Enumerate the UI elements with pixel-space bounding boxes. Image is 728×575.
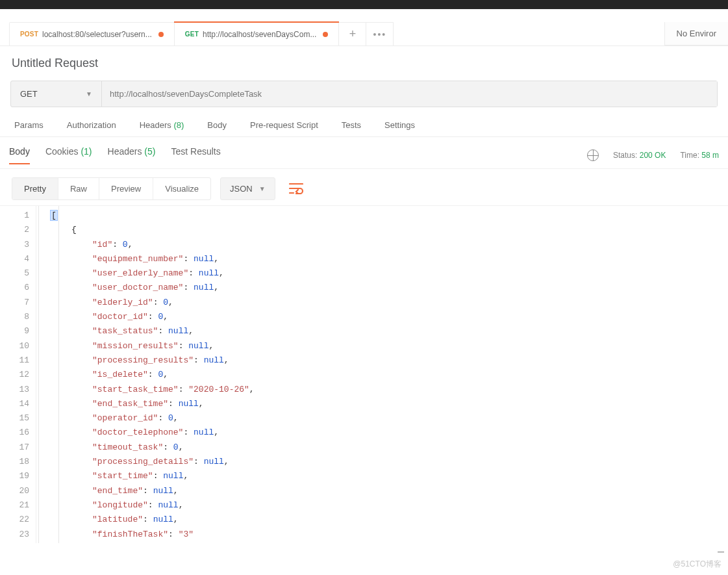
- code-line: [: [36, 209, 728, 223]
- resp-tab-headers-label: Headers: [108, 146, 142, 157]
- environment-selector[interactable]: No Enviror: [664, 22, 728, 45]
- method-badge-get: GET: [185, 31, 199, 38]
- code-line: "doctor_id": 0,: [36, 310, 728, 324]
- view-mode-raw[interactable]: Raw: [58, 178, 99, 199]
- subtab-headers-count: (8): [173, 120, 184, 130]
- wrap-lines-button[interactable]: [284, 177, 308, 200]
- resp-tab-headers-count: (5): [144, 146, 155, 157]
- resp-tab-cookies-count: (1): [81, 146, 92, 157]
- caret-down-icon: ▼: [86, 90, 92, 97]
- request-tab-1[interactable]: GET http://localhost/sevenDaysCom...: [175, 22, 340, 45]
- code-line: "user_elderly_name": null,: [36, 266, 728, 281]
- subtab-settings[interactable]: Settings: [384, 120, 415, 130]
- new-tab-button[interactable]: +: [339, 22, 366, 45]
- request-title: Untitled Request: [0, 46, 728, 74]
- response-code-area[interactable]: 1234567891011121314151617181920212223 [{…: [0, 205, 728, 543]
- code-line: "start_time": null,: [36, 469, 728, 483]
- status-group: Status: 200 OK: [613, 151, 666, 160]
- url-bar: GET ▼ http://localhost/sevenDaysComplete…: [10, 81, 718, 107]
- subtab-params[interactable]: Params: [14, 120, 44, 130]
- response-tabs: Body Cookies (1) Headers (5) Test Result…: [9, 146, 221, 164]
- method-select[interactable]: GET ▼: [11, 81, 102, 107]
- status-value: 200 OK: [640, 151, 666, 160]
- format-value: JSON: [230, 184, 253, 194]
- line-gutter: 1234567891011121314151617181920212223: [0, 206, 36, 543]
- view-mode-segment: Pretty Raw Preview Visualize: [12, 177, 211, 200]
- response-meta: Status: 200 OK Time: 58 m: [587, 149, 719, 161]
- unsaved-dot-icon: [158, 32, 164, 37]
- subtab-body[interactable]: Body: [207, 120, 227, 130]
- code-line: "timeout_task": 0,: [36, 441, 728, 455]
- method-select-value: GET: [20, 89, 38, 99]
- resp-tab-headers[interactable]: Headers (5): [108, 146, 156, 164]
- method-badge-post: POST: [20, 31, 38, 38]
- request-subtabs: Params Authorization Headers (8) Body Pr…: [0, 107, 728, 137]
- url-input[interactable]: http://localhost/sevenDaysCompleteTask: [102, 81, 717, 107]
- code-line: "end_time": null,: [36, 484, 728, 498]
- fold-guide-2: [58, 206, 59, 543]
- code-line: "elderly_id": 0,: [36, 296, 728, 310]
- response-header-row: Body Cookies (1) Headers (5) Test Result…: [0, 137, 728, 169]
- view-mode-preview[interactable]: Preview: [99, 178, 153, 199]
- code-line: "start_task_time": "2020-10-26",: [36, 383, 728, 397]
- status-label: Status:: [613, 151, 637, 160]
- subtab-tests[interactable]: Tests: [342, 120, 361, 130]
- environment-label: No Enviror: [677, 29, 716, 38]
- code-line: "task_status": null,: [36, 324, 728, 339]
- code-line: {: [36, 223, 728, 237]
- time-group: Time: 58 m: [680, 151, 719, 160]
- code-line: "operator_id": 0,: [36, 411, 728, 426]
- globe-icon[interactable]: [587, 149, 599, 161]
- request-tabs-row: POST localhost:80/selectuser?usern... GE…: [0, 9, 728, 46]
- code-line: "doctor_telephone": null,: [36, 426, 728, 440]
- code-line: "processing_details": null,: [36, 455, 728, 469]
- code-line: "user_doctor_name": null,: [36, 281, 728, 295]
- request-tab-0[interactable]: POST localhost:80/selectuser?usern...: [9, 22, 175, 45]
- view-mode-visualize[interactable]: Visualize: [153, 178, 210, 199]
- code-line: "id": 0,: [36, 238, 728, 252]
- subtab-prerequest[interactable]: Pre-request Script: [250, 120, 318, 130]
- code-line: "processing_results": null,: [36, 353, 728, 368]
- resp-tab-cookies-label: Cookies: [45, 146, 79, 157]
- view-mode-pretty[interactable]: Pretty: [12, 178, 58, 199]
- caret-down-icon: ▼: [259, 185, 266, 192]
- code-line: "longitude": null,: [36, 498, 728, 513]
- time-value: 58 m: [701, 151, 719, 160]
- fold-guide-1: [38, 206, 39, 543]
- unsaved-dot-icon: [323, 32, 328, 37]
- code-body[interactable]: [{"id": 0,"equipment_number": null,"user…: [36, 206, 728, 543]
- code-line: "finishTheTask": "3": [36, 528, 728, 542]
- subtab-authorization[interactable]: Authorization: [67, 120, 116, 130]
- tab-title: http://localhost/sevenDaysCom...: [203, 30, 316, 39]
- resp-tab-testresults[interactable]: Test Results: [171, 146, 220, 164]
- body-controls: Pretty Raw Preview Visualize JSON ▼: [0, 169, 728, 205]
- subtab-headers-label: Headers: [140, 120, 171, 130]
- resp-tab-body[interactable]: Body: [9, 146, 30, 164]
- format-dropdown[interactable]: JSON ▼: [220, 177, 275, 200]
- resp-tab-cookies[interactable]: Cookies (1): [45, 146, 92, 164]
- subtab-headers[interactable]: Headers (8): [140, 120, 184, 130]
- code-line: "end_task_time": null,: [36, 397, 728, 411]
- code-line: "latitude": null,: [36, 513, 728, 527]
- time-label: Time:: [680, 151, 699, 160]
- code-line: "equipment_number": null,: [36, 252, 728, 266]
- tab-title: localhost:80/selectuser?usern...: [42, 30, 152, 39]
- code-line: "mission_results": null,: [36, 339, 728, 353]
- app-topbar: [0, 0, 728, 9]
- url-input-value: http://localhost/sevenDaysCompleteTask: [110, 89, 262, 99]
- code-line: "is_delete": 0,: [36, 368, 728, 382]
- tab-overflow-button[interactable]: •••: [366, 22, 394, 45]
